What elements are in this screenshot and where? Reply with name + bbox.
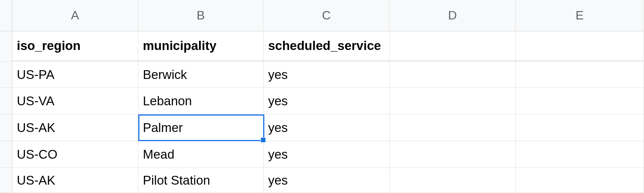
cell-e1[interactable] — [516, 31, 644, 62]
row-header[interactable] — [0, 114, 12, 141]
cell-c2[interactable]: yes — [264, 62, 390, 88]
cell-a1[interactable]: iso_region — [12, 31, 138, 62]
cell-c4[interactable]: yes — [264, 114, 390, 141]
cell-b5[interactable]: Mead — [138, 141, 264, 168]
cell-a6[interactable]: US-AK — [12, 168, 138, 193]
select-all-corner[interactable] — [0, 0, 12, 31]
cell-e3[interactable] — [516, 88, 644, 114]
cell-b1[interactable]: municipality — [138, 31, 264, 62]
column-header-c[interactable]: C — [264, 0, 390, 31]
row-header[interactable] — [0, 168, 12, 193]
cell-d3[interactable] — [390, 88, 516, 114]
cell-b3[interactable]: Lebanon — [138, 88, 264, 114]
cell-e4[interactable] — [516, 114, 644, 141]
cell-e6[interactable] — [516, 168, 644, 193]
cell-c1[interactable]: scheduled_service — [264, 31, 390, 62]
cell-a2[interactable]: US-PA — [12, 62, 138, 88]
cell-c3[interactable]: yes — [264, 88, 390, 114]
cell-d6[interactable] — [390, 168, 516, 193]
row-header[interactable] — [0, 88, 12, 114]
cell-a5[interactable]: US-CO — [12, 141, 138, 168]
cell-d2[interactable] — [390, 62, 516, 88]
row-header[interactable] — [0, 31, 12, 62]
cell-e2[interactable] — [516, 62, 644, 88]
cell-a3[interactable]: US-VA — [12, 88, 138, 114]
cell-d5[interactable] — [390, 141, 516, 168]
row-header[interactable] — [0, 62, 12, 88]
cell-b2[interactable]: Berwick — [138, 62, 264, 88]
cell-d1[interactable] — [390, 31, 516, 62]
column-header-a[interactable]: A — [12, 0, 138, 31]
column-header-b[interactable]: B — [138, 0, 264, 31]
column-header-e[interactable]: E — [516, 0, 644, 31]
column-header-d[interactable]: D — [390, 0, 516, 31]
row-header[interactable] — [0, 141, 12, 168]
cell-c6[interactable]: yes — [264, 168, 390, 193]
spreadsheet-grid[interactable]: A B C D E iso_region municipality schedu… — [0, 0, 644, 193]
cell-d4[interactable] — [390, 114, 516, 141]
cell-e5[interactable] — [516, 141, 644, 168]
cell-c5[interactable]: yes — [264, 141, 390, 168]
cell-b6[interactable]: Pilot Station — [138, 168, 264, 193]
cell-b4[interactable]: Palmer — [138, 114, 264, 141]
cell-a4[interactable]: US-AK — [12, 114, 138, 141]
